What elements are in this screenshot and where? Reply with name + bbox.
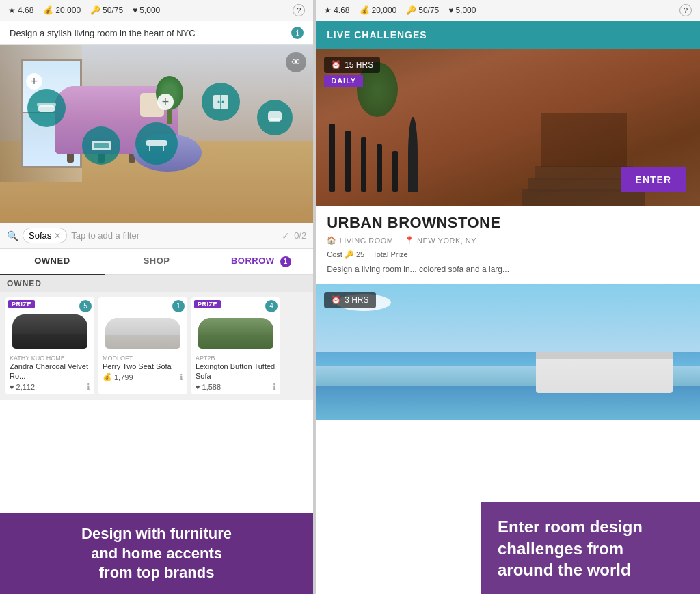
right-promo-overlay: Enter room design challenges from around…	[481, 502, 700, 594]
prize-badge: PRIZE	[194, 300, 221, 308]
add-sofa-button[interactable]: +	[26, 73, 42, 90]
checkmark-icon: ✓	[282, 230, 290, 241]
filter-count: 0/2	[294, 230, 306, 241]
svg-point-5	[222, 101, 224, 103]
furniture-overlay-rug[interactable]	[82, 126, 120, 165]
room-title: Design a stylish living room in the hear…	[10, 28, 196, 38]
item-brand: Modloft	[103, 355, 183, 362]
borrow-badge: 1	[280, 256, 291, 267]
left-status-bar: ★ 4.68 💰 20,000 🔑 50/75 ♥ 5,000 ?	[0, 0, 313, 21]
sofa-dark-img	[12, 314, 88, 349]
item-price: ♥ 2,112 ℹ	[10, 382, 90, 392]
filter-input[interactable]: Tap to add a filter	[71, 230, 278, 241]
diamonds-icon: ♥	[448, 5, 453, 15]
challenge-details: Cost 🔑 25 Total Prize	[327, 250, 689, 259]
cost-detail: Cost 🔑 25	[327, 250, 364, 259]
owned-section-header: OWNED	[0, 275, 313, 292]
item-name: Zandra Charcoal Velvet Ro...	[10, 362, 90, 381]
location: 📍 NEW YORK, NY	[405, 236, 477, 245]
right-keys-stat: 🔑 50/75	[406, 5, 439, 15]
challenge-card-2[interactable]: ⏰ 3 HRS	[316, 284, 700, 420]
item-number-badge: 4	[265, 300, 278, 312]
item-number-badge: 1	[172, 300, 185, 312]
search-bar: 🔍 Sofas ✕ Tap to add a filter ✓ 0/2	[0, 223, 313, 249]
list-item[interactable]: PRIZE 5 Kathy Kuo Home Zandra Charcoal V…	[5, 297, 94, 395]
list-item[interactable]: PRIZE 4 Apt2B Lexington Button Tufted So…	[191, 297, 280, 395]
left-panel: ★ 4.68 💰 20,000 🔑 50/75 ♥ 5,000 ? Design…	[0, 0, 313, 594]
item-name: Perry Two Seat Sofa	[103, 362, 183, 371]
challenge-description: Design a living room in... colored sofa …	[327, 263, 689, 275]
heart-icon-small: ♥	[196, 383, 200, 391]
challenge-time-badge: ⏰ 15 HRS	[324, 57, 380, 73]
svg-point-4	[218, 101, 220, 103]
item-brand: Kathy Kuo Home	[10, 355, 90, 362]
star-icon: ★	[324, 5, 332, 15]
item-price: 💰 1,799 ℹ	[103, 373, 183, 382]
add-table-button[interactable]: +	[157, 94, 174, 110]
tabs-bar: OWNED SHOP BORROW 1	[0, 249, 313, 275]
tab-borrow[interactable]: BORROW 1	[208, 249, 313, 274]
remove-tag-button[interactable]: ✕	[54, 231, 61, 241]
furniture-overlay-chair[interactable]	[257, 100, 293, 135]
challenge-meta: 🏠 LIVING ROOM 📍 NEW YORK, NY	[327, 236, 689, 245]
challenge-card-1[interactable]: ⏰ 15 HRS DAILY ENTER URBAN BROWNSTONE 🏠 …	[316, 49, 700, 284]
room-header: Design a stylish living room in the hear…	[0, 21, 313, 45]
help-button[interactable]: ?	[293, 4, 305, 16]
room-scene: + + 👁	[0, 45, 313, 223]
coins-icon: 💰	[360, 5, 370, 15]
list-item[interactable]: 1 Modloft Perry Two Seat Sofa 💰 1,799 ℹ	[98, 297, 187, 395]
live-challenges-header: LIVE CHALLENGES	[316, 21, 700, 49]
right-rating-stat: ★ 4.68	[324, 5, 349, 15]
clock-icon: ⏰	[331, 60, 341, 70]
item-brand: Apt2B	[196, 355, 276, 362]
furniture-overlay-table[interactable]	[135, 122, 178, 165]
coins-stat: 💰 20,000	[43, 5, 81, 15]
coins-icon-small: 💰	[103, 373, 112, 381]
info-icon[interactable]: ℹ	[273, 382, 276, 392]
tab-owned[interactable]: OWNED	[0, 249, 105, 275]
item-name: Lexington Button Tufted Sofa	[196, 362, 276, 381]
info-icon[interactable]: ℹ	[87, 382, 90, 392]
furniture-grid: PRIZE 5 Kathy Kuo Home Zandra Charcoal V…	[0, 292, 313, 401]
item-info: Apt2B Lexington Button Tufted Sofa ♥ 1,5…	[191, 352, 280, 395]
challenge-title: URBAN BROWNSTONE	[327, 214, 689, 232]
clock-icon-2: ⏰	[331, 295, 341, 305]
eye-toggle-button[interactable]: 👁	[286, 52, 306, 72]
svg-rect-8	[146, 140, 167, 146]
right-diamonds-stat: ♥ 5,000	[448, 5, 476, 15]
right-promo-text: Enter room design challenges from around…	[498, 516, 684, 580]
heart-icon: ♥	[10, 383, 14, 391]
item-info: Modloft Perry Two Seat Sofa 💰 1,799 ℹ	[98, 352, 187, 385]
tab-shop[interactable]: SHOP	[105, 249, 209, 274]
info-icon[interactable]: ℹ	[291, 27, 304, 39]
coins-icon: 💰	[43, 5, 53, 15]
enter-challenge-button[interactable]: ENTER	[621, 167, 686, 192]
item-price: ♥ 1,588 ℹ	[196, 382, 276, 392]
star-icon: ★	[8, 5, 16, 15]
item-number-badge: 5	[79, 300, 92, 312]
keys-icon: 🔑	[406, 5, 416, 15]
keys-icon: 🔑	[90, 5, 100, 15]
daily-badge: DAILY	[324, 75, 363, 87]
furniture-overlay-cabinet[interactable]	[202, 83, 240, 121]
svg-rect-1	[37, 103, 56, 107]
right-status-bar: ★ 4.68 💰 20,000 🔑 50/75 ♥ 5,000 ?	[316, 0, 700, 21]
promo-text: Design with furniture and home accents f…	[14, 524, 299, 583]
search-tag-sofas[interactable]: Sofas ✕	[23, 228, 67, 243]
sofa-gray-img	[105, 318, 180, 349]
rating-stat: ★ 4.68	[8, 5, 33, 15]
challenge-2-time-badge: ⏰ 3 HRS	[324, 292, 375, 308]
prize-detail: Total Prize	[373, 250, 407, 259]
left-promo-banner: Design with furniture and home accents f…	[0, 513, 313, 594]
sofa-green-img	[198, 318, 273, 349]
svg-rect-12	[94, 143, 109, 148]
furniture-overlay-sofa[interactable]	[27, 89, 66, 127]
right-help-button[interactable]: ?	[679, 4, 692, 16]
info-icon[interactable]: ℹ	[180, 373, 183, 382]
challenge-image-1: ⏰ 15 HRS DAILY ENTER	[316, 49, 700, 206]
room-type: 🏠 LIVING ROOM	[327, 236, 393, 245]
item-info: Kathy Kuo Home Zandra Charcoal Velvet Ro…	[5, 352, 94, 395]
pin-icon: 📍	[405, 236, 415, 245]
challenge-info-1: URBAN BROWNSTONE 🏠 LIVING ROOM 📍 NEW YOR…	[316, 206, 700, 284]
keys-stat: 🔑 50/75	[90, 5, 123, 15]
